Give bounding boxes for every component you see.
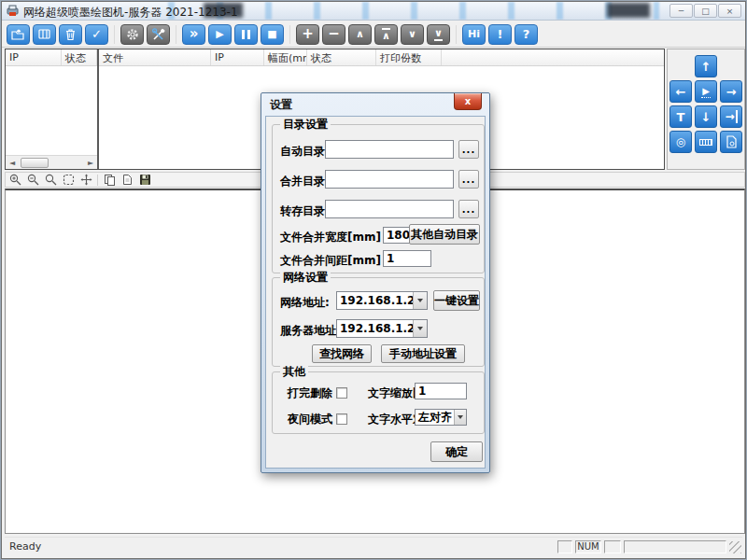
find-network-label: 查找网络 xyxy=(319,346,364,362)
hi-button[interactable]: Hi xyxy=(462,24,486,45)
fast-forward-button[interactable]: » xyxy=(182,24,205,45)
net-addr-combo[interactable]: 192.168.1.255 xyxy=(336,291,428,310)
dropdown-button[interactable] xyxy=(413,292,427,309)
find-network-button[interactable]: 查找网络 xyxy=(312,344,372,363)
zoom-reset-button[interactable] xyxy=(44,174,57,187)
night-mode-checkbox[interactable] xyxy=(336,413,347,425)
auto-dir-browse-button[interactable]: ... xyxy=(458,140,479,159)
toolbar-separator xyxy=(114,25,115,44)
merge-dir-browse-button[interactable]: ... xyxy=(458,170,479,189)
check-icon: ✓ xyxy=(92,28,102,40)
exclamation-icon: ! xyxy=(498,28,503,40)
dropdown-button[interactable] xyxy=(413,320,427,337)
merge-gap-input[interactable] xyxy=(383,250,431,267)
hi-icon: Hi xyxy=(468,29,480,39)
preview-play-button[interactable]: ▶ xyxy=(695,80,717,103)
question-icon: ? xyxy=(523,28,530,40)
delete-after-checkbox[interactable] xyxy=(336,387,347,399)
server-addr-combo[interactable]: 192.168.1.255 xyxy=(336,319,428,338)
view-columns-button[interactable] xyxy=(33,24,56,45)
move-left-button[interactable]: ← xyxy=(669,80,692,103)
column-header-copies[interactable]: 打印份数 xyxy=(376,49,442,65)
horizontal-scrollbar[interactable]: ◄ ► xyxy=(6,155,97,169)
open-file-icon xyxy=(11,29,25,40)
auto-dir-input[interactable] xyxy=(325,140,454,159)
status-bar: Ready NUM xyxy=(5,537,742,555)
text-tool-button[interactable]: T xyxy=(669,105,692,128)
text-align-value: 左对齐 xyxy=(416,410,454,426)
roll-media-button[interactable]: ◎ xyxy=(669,131,692,153)
status-num-indicator: NUM xyxy=(575,540,601,553)
stop-button[interactable]: ■ xyxy=(261,24,284,45)
manual-addr-button[interactable]: 手动地址设置 xyxy=(381,344,465,363)
select-region-button[interactable] xyxy=(62,174,75,187)
dropdown-arrow-icon xyxy=(417,299,423,305)
dialog-close-button[interactable]: x xyxy=(454,93,482,110)
other-auto-dir-button[interactable]: 其他自动目录 xyxy=(409,224,480,245)
remove-button[interactable]: − xyxy=(322,24,345,45)
delete-button[interactable] xyxy=(59,24,82,45)
ok-button[interactable]: 确定 xyxy=(430,441,483,462)
text-scale-input[interactable] xyxy=(415,383,467,399)
pan-move-button[interactable] xyxy=(79,174,92,187)
skip-end-button[interactable]: → xyxy=(720,105,742,128)
toolbar-separator xyxy=(289,25,290,44)
move-top-button[interactable]: ∧ xyxy=(374,24,398,45)
zoom-in-button[interactable] xyxy=(8,174,21,187)
settings-gear-button[interactable] xyxy=(120,24,144,45)
minimize-button[interactable]: ─ xyxy=(669,4,693,18)
dump-dir-browse-button[interactable]: ... xyxy=(458,200,479,218)
zoom-out-button[interactable] xyxy=(26,174,39,187)
column-header-status[interactable]: 状态 xyxy=(307,49,376,65)
open-file-button[interactable] xyxy=(7,24,30,45)
maximize-button[interactable]: □ xyxy=(694,4,717,18)
client-list-body[interactable] xyxy=(6,66,97,155)
column-header-width[interactable]: 幅面(mm) xyxy=(264,49,307,65)
minus-icon: − xyxy=(328,27,340,41)
text-align-combo[interactable]: 左对齐 xyxy=(415,409,467,426)
net-addr-value: 192.168.1.255 xyxy=(337,294,413,307)
title-bar[interactable]: 网络超级喷墨绘图机-服务器 2021-1213-1 ─ □ × xyxy=(2,2,745,21)
merge-dir-input[interactable] xyxy=(325,170,454,189)
move-down-button[interactable]: ↓ xyxy=(695,105,717,128)
move-up-button[interactable]: ∧ xyxy=(348,24,372,45)
add-button[interactable]: + xyxy=(296,24,319,45)
document-check-button[interactable] xyxy=(720,131,742,153)
scroll-left-icon[interactable]: ◄ xyxy=(6,159,19,167)
ruler-button[interactable] xyxy=(695,131,717,153)
column-header-ip[interactable]: IP xyxy=(211,49,264,65)
arrow-down-icon: ↓ xyxy=(701,110,712,124)
night-mode-label: 夜间模式 xyxy=(288,412,332,427)
resize-grip[interactable] xyxy=(729,541,741,553)
move-right-button[interactable]: → xyxy=(720,80,742,103)
column-header-file[interactable]: 文件 xyxy=(99,49,211,65)
auto-dir-label: 自动目录 xyxy=(280,144,325,160)
ellipsis-icon: ... xyxy=(462,175,475,185)
dump-dir-input[interactable] xyxy=(325,200,454,218)
scrollbar-thumb[interactable] xyxy=(21,158,49,168)
print-preview-button[interactable] xyxy=(120,174,134,187)
move-down-button[interactable]: ∨ xyxy=(401,24,424,45)
move-bottom-button[interactable]: ∨ xyxy=(427,24,450,45)
close-button[interactable]: × xyxy=(718,4,741,18)
alert-button[interactable]: ! xyxy=(488,24,512,45)
move-up-button[interactable]: ↑ xyxy=(695,55,717,77)
scroll-right-icon[interactable]: ► xyxy=(84,159,97,167)
confirm-button[interactable]: ✓ xyxy=(85,24,108,45)
preview-play-icon: ▶ xyxy=(701,86,711,98)
ellipsis-icon: ... xyxy=(462,204,475,215)
dropdown-button[interactable] xyxy=(454,410,466,425)
play-button[interactable]: ▶ xyxy=(208,24,232,45)
app-icon xyxy=(7,5,19,17)
app-window: 网络超级喷墨绘图机-服务器 2021-1213-1 ─ □ × ✓ xyxy=(1,1,746,559)
tools-button[interactable] xyxy=(147,24,170,45)
help-button[interactable]: ? xyxy=(514,24,538,45)
pause-button[interactable] xyxy=(234,24,258,45)
column-header-status[interactable]: 状态 xyxy=(62,49,97,65)
other-auto-dir-label: 其他自动目录 xyxy=(411,227,478,243)
column-header-ip[interactable]: IP xyxy=(6,49,62,65)
copy-page-button[interactable] xyxy=(103,174,116,187)
one-key-setup-button[interactable]: 一键设置 xyxy=(433,290,480,311)
save-button[interactable] xyxy=(138,174,151,187)
one-key-setup-label: 一键设置 xyxy=(434,293,479,309)
